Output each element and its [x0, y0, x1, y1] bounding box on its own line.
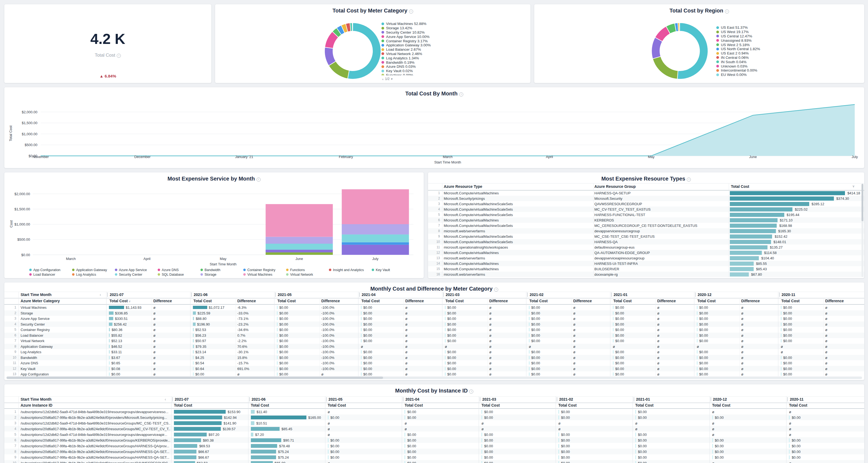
table-row[interactable]: 7Virtual Network$52.13ø$50.97-2.2%$0.00-… [4, 338, 864, 344]
difference-header[interactable]: Difference [153, 299, 172, 303]
collapse-left-icon[interactable]: ‹ [100, 292, 101, 297]
table-row[interactable]: 10/subscriptions/20d6a917-99fa-4b1b-9b2e… [4, 460, 864, 463]
month-header[interactable]: 2020-11 [779, 292, 796, 297]
collapse-left-icon[interactable]: ‹ [165, 397, 166, 402]
legend-item[interactable]: Functions [286, 268, 305, 272]
donut-slice-us-east[interactable] [677, 23, 708, 79]
bar-segment-storage[interactable] [266, 237, 333, 244]
month-header[interactable]: 2021-04 [359, 292, 375, 297]
difference-header[interactable]: Difference [489, 299, 508, 303]
table-row[interactable]: 11Azure DNS$0.65ø$0.54-15.7%$0.00-100.0%… [4, 360, 864, 366]
legend-item[interactable]: Storage 13.42% [381, 26, 412, 30]
table-row[interactable]: 7Microsoft.Compute/virtualMachineScaleSe… [428, 223, 864, 228]
table-row[interactable]: 8microsoft.web/serverfarmsdevappservicer… [428, 228, 864, 234]
bar-segment-virtual-machines[interactable] [266, 204, 333, 237]
table-row[interactable]: 7/subscriptions/20d6a917-99fa-4b1b-9b2e-… [4, 443, 864, 448]
legend-item[interactable]: Key Vault [372, 268, 390, 272]
total-cost-header[interactable]: Total Cost [174, 403, 192, 407]
legend-item[interactable]: Container Registry 3.17% [381, 39, 428, 43]
difference-header[interactable]: Difference [825, 299, 844, 303]
table-row[interactable]: 10Microsoft.Compute/virtualMachineScaleS… [428, 239, 864, 244]
table-row[interactable]: 2/subscriptions/20d6a917-99fa-4b1b-9b2e-… [4, 414, 864, 420]
legend-item[interactable]: Azure DNS [158, 268, 179, 272]
month-header[interactable]: 2021-06 [249, 397, 266, 402]
bar-segment-azure-app-service[interactable] [266, 250, 333, 252]
table-row[interactable]: 9Microsoft.Compute/virtualMachineScaleSe… [428, 234, 864, 239]
legend-item[interactable]: IN Central 0.06% [716, 56, 749, 60]
total-cost-header[interactable]: Total Cost [482, 403, 500, 407]
month-header[interactable]: 2020-12 [711, 397, 727, 402]
sort-chevron-icon[interactable]: ∨ [128, 299, 131, 303]
table-row[interactable]: 9Log Analytics$33.11ø$23.14-30.1%$0.00-1… [4, 349, 864, 355]
table-row[interactable]: 16microsoft.web/serverfarmsdocexample-rg… [428, 271, 864, 277]
table-row[interactable]: 12Microsoft.Compute/virtualMachinesQA-AU… [428, 250, 864, 255]
total-cost-header[interactable]: Total Cost [404, 403, 423, 407]
legend-item[interactable]: Virtual Machines 52.88% [381, 22, 426, 26]
sort-chevron-icon[interactable]: ∨ [852, 184, 855, 188]
legend-item[interactable]: Intercontinental 0.00% [716, 68, 757, 73]
table-row[interactable]: 11microsoft.operationalinsights/workspac… [428, 244, 864, 250]
legend-item[interactable]: Application Gateway 3.00% [381, 43, 431, 48]
row-header[interactable]: Azure Instance ID [21, 403, 52, 407]
legend-item[interactable]: Virtual Machines [243, 272, 272, 277]
first-column-header[interactable]: Start Time Month [21, 292, 52, 297]
table-row[interactable]: 10Bandwidth$3.67ø$4.2515.8%$0.00-100.0%$… [4, 355, 864, 360]
table-row[interactable]: 6Microsoft.Compute/virtualMachinesKERBER… [428, 218, 864, 223]
total-cost-header[interactable]: Total Cost [635, 403, 653, 407]
vertical-scrollbar[interactable] [862, 184, 863, 277]
month-header[interactable]: 2021-01 [611, 292, 627, 297]
legend-item[interactable]: App Configuration [29, 268, 60, 272]
bar-segment-application-gateway[interactable] [266, 252, 333, 255]
table-row[interactable]: 6/subscriptions/20d6a917-99fa-4b1b-9b2e-… [4, 437, 864, 443]
table-row[interactable]: 13App Configuration$0.00ø$0.00ø$0.00ø$0.… [4, 371, 864, 377]
table-row[interactable]: 5Container Registry$80.36ø$52.53-34.6%$0… [4, 327, 864, 332]
table-row[interactable]: 1Virtual Machines$1,143.93ø$1,072.17-6.3… [4, 305, 864, 310]
total-cost-header[interactable]: Total Cost [613, 299, 631, 303]
legend-item[interactable]: US East 51.37% [716, 26, 748, 30]
legend-item[interactable]: Load Balancer 2.67% [381, 48, 421, 52]
total-cost-header[interactable]: Total Cost [789, 403, 807, 407]
legend-item[interactable]: US North Central 1.82% [716, 47, 760, 51]
month-header[interactable]: 2020-11 [787, 397, 804, 402]
total-cost-header[interactable]: Total Cost [558, 403, 577, 407]
table-row[interactable]: 6Load Balancer$55.82ø$56.230.7%$0.00-100… [4, 332, 864, 338]
table-row[interactable]: 8/subscriptions/20d6a917-99fa-4b1b-9b2e-… [4, 448, 864, 454]
legend-item[interactable]: Functions 0.00% [381, 73, 413, 75]
total-cost-header[interactable]: Total Cost [193, 299, 212, 303]
month-header[interactable]: 2021-01 [634, 397, 650, 402]
column-header[interactable]: Azure Resource Type [444, 184, 482, 189]
month-header[interactable]: 2021-04 [403, 397, 419, 402]
column-header[interactable]: Azure Resource Group [594, 184, 636, 189]
difference-header[interactable]: Difference [405, 299, 424, 303]
month-header[interactable]: 2021-07 [107, 292, 124, 297]
table-row[interactable]: 2Storage$336.85ø$225.59-33.0%$0.00-100.0… [4, 310, 864, 316]
legend-item[interactable]: Log Analytics 1.34% [381, 56, 419, 60]
legend-item[interactable]: Insight and Analytics [329, 268, 364, 272]
total-cost-header[interactable]: Total Cost [529, 299, 548, 303]
table-row[interactable]: 3Microsoft.Compute/virtualMachineScaleSe… [428, 201, 864, 207]
bar-segment-azure-app-service[interactable] [342, 245, 409, 255]
table-row[interactable]: 1Microsoft.Compute/virtualMachinesHARNES… [428, 190, 864, 196]
legend-item[interactable]: US West 19.17% [716, 30, 749, 34]
bar-segment-storage[interactable] [342, 224, 409, 234]
month-header[interactable]: 2021-07 [172, 397, 189, 402]
month-header[interactable]: 2021-03 [443, 292, 460, 297]
month-header[interactable]: 2021-05 [326, 397, 342, 402]
bar-segment-container-registry[interactable] [342, 242, 409, 245]
table-row[interactable]: 13microsoft.web/serverfarmsdevappservice… [428, 255, 864, 261]
month-header[interactable]: 2021-05 [275, 292, 291, 297]
page-up-icon[interactable]: ▲ [381, 78, 384, 81]
bar-segment-security-center[interactable] [266, 244, 333, 250]
table-row[interactable]: 3/subscriptions/12d2db62-5aa9-471d-84bb-… [4, 420, 864, 426]
table-row[interactable]: 9/subscriptions/20d6a917-99fa-4b1b-9b2e-… [4, 454, 864, 460]
month-header[interactable]: 2021-06 [191, 292, 208, 297]
legend-item[interactable]: US West 2 5.18% [716, 42, 750, 47]
difference-header[interactable]: Difference [741, 299, 760, 303]
table-row[interactable]: 4/subscriptions/20d6a917-99fa-4b1b-9b2e-… [4, 426, 864, 432]
row-header[interactable]: Azure Meter Category [21, 299, 60, 303]
table-row[interactable]: 12Key Vault$0.08ø$0.64691.0%$0.00-100.0%… [4, 366, 864, 372]
legend-item[interactable]: Azure App Service [115, 268, 147, 272]
legend-item[interactable]: Key Vault 0.02% [381, 69, 413, 73]
legend-item[interactable]: Storage [200, 272, 216, 277]
legend-item[interactable]: Bandwidth [200, 268, 220, 272]
